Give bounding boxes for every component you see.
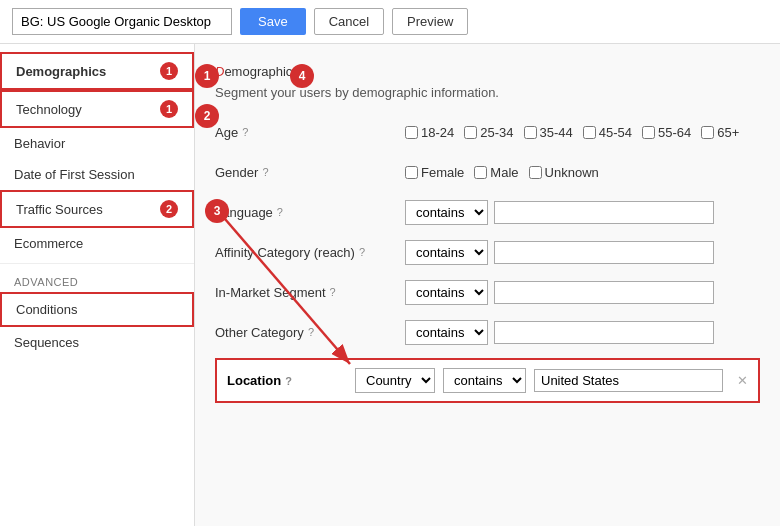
top-bar: Save Cancel Preview <box>0 0 780 44</box>
other-category-operator-select[interactable]: contains <box>405 320 488 345</box>
other-category-value-input[interactable] <box>494 321 714 344</box>
sidebar-item-ecommerce[interactable]: Ecommerce <box>0 228 194 259</box>
in-market-operator-select[interactable]: contains <box>405 280 488 305</box>
age-35-44[interactable]: 35-44 <box>524 125 573 140</box>
location-value-input[interactable] <box>534 369 723 392</box>
annotation-2: 2 <box>195 104 219 128</box>
gender-unknown[interactable]: Unknown <box>529 165 599 180</box>
annotation-3: 3 <box>205 199 229 223</box>
sidebar-divider <box>0 263 194 264</box>
sidebar-item-demographics[interactable]: Demographics 1 <box>0 52 194 90</box>
sidebar-badge-demographics: 1 <box>160 62 178 80</box>
in-market-label: In-Market Segment ? <box>215 285 405 300</box>
location-help-icon[interactable]: ? <box>285 375 292 387</box>
segment-name-input[interactable] <box>12 8 232 35</box>
content-title-text: emographics <box>224 64 298 79</box>
age-45-54[interactable]: 45-54 <box>583 125 632 140</box>
language-help-icon[interactable]: ? <box>277 206 283 218</box>
location-label: Location ? <box>227 373 347 388</box>
sidebar-item-date-of-first-session[interactable]: Date of First Session <box>0 159 194 190</box>
language-row: Language ? contains <box>215 198 760 226</box>
location-clear-icon[interactable]: ✕ <box>737 373 748 388</box>
location-operator-select[interactable]: contains <box>443 368 526 393</box>
advanced-label: Advanced <box>0 268 194 292</box>
sidebar-item-label: Behavior <box>14 136 65 151</box>
content-subtitle: Segment your users by demographic inform… <box>215 85 760 100</box>
sidebar-item-technology[interactable]: Technology 1 <box>0 90 194 128</box>
annotation-1: 1 <box>195 64 219 88</box>
sidebar-item-label: Technology <box>16 102 82 117</box>
sidebar-item-label: Ecommerce <box>14 236 83 251</box>
gender-help-icon[interactable]: ? <box>262 166 268 178</box>
sidebar-item-label: Conditions <box>16 302 77 317</box>
age-18-24[interactable]: 18-24 <box>405 125 454 140</box>
age-checkboxes: 18-24 25-34 35-44 45-54 55-64 65+ <box>405 125 760 140</box>
preview-button[interactable]: Preview <box>392 8 468 35</box>
location-row: Location ? Country contains ✕ <box>215 358 760 403</box>
location-type-select[interactable]: Country <box>355 368 435 393</box>
other-category-controls: contains <box>405 320 760 345</box>
age-help-icon[interactable]: ? <box>242 126 248 138</box>
age-65plus[interactable]: 65+ <box>701 125 739 140</box>
in-market-row: In-Market Segment ? contains <box>215 278 760 306</box>
in-market-help-icon[interactable]: ? <box>330 286 336 298</box>
main-content: Demographics 1 Technology 1 Behavior Dat… <box>0 44 780 526</box>
affinity-value-input[interactable] <box>494 241 714 264</box>
gender-row: Gender ? Female Male Unknown <box>215 158 760 186</box>
gender-male[interactable]: Male <box>474 165 518 180</box>
affinity-help-icon[interactable]: ? <box>359 246 365 258</box>
age-25-34[interactable]: 25-34 <box>464 125 513 140</box>
sidebar-item-conditions[interactable]: Conditions <box>0 292 194 327</box>
sidebar-badge-technology: 1 <box>160 100 178 118</box>
gender-checkboxes: Female Male Unknown <box>405 165 760 180</box>
content-area: Demographics Segment your users by demog… <box>195 44 780 526</box>
sidebar-item-label: Date of First Session <box>14 167 135 182</box>
other-category-help-icon[interactable]: ? <box>308 326 314 338</box>
gender-female[interactable]: Female <box>405 165 464 180</box>
age-row: Age ? 18-24 25-34 35-44 45-54 55-64 65+ <box>215 118 760 146</box>
affinity-controls: contains <box>405 240 760 265</box>
sidebar: Demographics 1 Technology 1 Behavior Dat… <box>0 44 195 526</box>
sidebar-item-label: Demographics <box>16 64 106 79</box>
save-button[interactable]: Save <box>240 8 306 35</box>
other-category-row: Other Category ? contains <box>215 318 760 346</box>
language-operator-select[interactable]: contains <box>405 200 488 225</box>
language-label: Language ? <box>215 205 405 220</box>
sidebar-item-behavior[interactable]: Behavior <box>0 128 194 159</box>
sidebar-item-traffic-sources[interactable]: Traffic Sources 2 <box>0 190 194 228</box>
age-label: Age ? <box>215 125 405 140</box>
in-market-value-input[interactable] <box>494 281 714 304</box>
cancel-button[interactable]: Cancel <box>314 8 384 35</box>
gender-label: Gender ? <box>215 165 405 180</box>
affinity-operator-select[interactable]: contains <box>405 240 488 265</box>
sidebar-badge-traffic-sources: 2 <box>160 200 178 218</box>
other-category-label: Other Category ? <box>215 325 405 340</box>
sidebar-item-sequences[interactable]: Sequences <box>0 327 194 358</box>
affinity-row: Affinity Category (reach) ? contains <box>215 238 760 266</box>
language-controls: contains <box>405 200 760 225</box>
age-55-64[interactable]: 55-64 <box>642 125 691 140</box>
in-market-controls: contains <box>405 280 760 305</box>
annotation-4: 4 <box>290 64 314 88</box>
language-value-input[interactable] <box>494 201 714 224</box>
sidebar-item-label: Sequences <box>14 335 79 350</box>
affinity-label: Affinity Category (reach) ? <box>215 245 405 260</box>
sidebar-item-label: Traffic Sources <box>16 202 103 217</box>
